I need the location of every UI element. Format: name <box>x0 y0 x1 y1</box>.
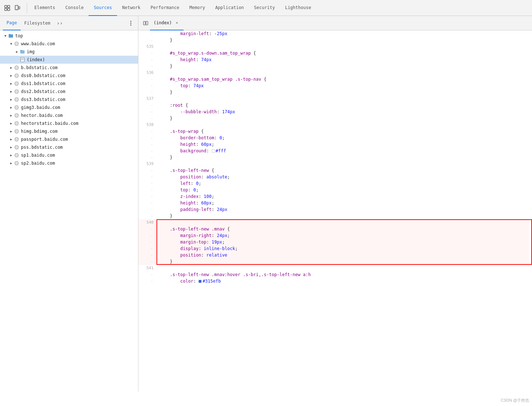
code-line: .s-top-left-new .mnav:hover .s-bri,.s-to… <box>159 271 529 278</box>
tree-item-himg-bdimg-com[interactable]: ▶himg.bdimg.com <box>0 127 138 135</box>
line-number: 541 <box>138 265 156 271</box>
line-number: - <box>138 56 156 63</box>
domain-icon <box>14 73 20 79</box>
code-line <box>159 69 529 76</box>
code-tab-index[interactable]: (index) ✕ <box>150 16 184 30</box>
code-area[interactable]: --535---536---537---538-----539--------5… <box>138 30 532 392</box>
tree-arrow: ▶ <box>9 81 14 86</box>
tab-memory[interactable]: Memory <box>184 0 210 16</box>
line-number: - <box>138 30 156 37</box>
line-number: - <box>138 200 156 206</box>
svg-rect-44 <box>146 21 148 25</box>
tree-item-index[interactable]: (index) <box>0 56 138 64</box>
code-line <box>159 265 529 271</box>
svg-point-7 <box>130 21 132 22</box>
tab-sources[interactable]: Sources <box>89 0 117 16</box>
domain-icon <box>14 97 20 102</box>
line-number: 536 <box>138 69 156 76</box>
tab-lighthouse[interactable]: Lighthouse <box>280 0 316 16</box>
collapse-sidebar-icon[interactable] <box>141 19 150 28</box>
domain-icon <box>14 136 20 142</box>
tree-arrow: ▶ <box>9 89 14 94</box>
svg-rect-1 <box>8 5 10 8</box>
tree-item-img[interactable]: ▶img <box>0 48 138 56</box>
tree-item-www-baidu-com[interactable]: ▼www.baidu.com <box>0 40 138 48</box>
color-swatch-blue <box>198 280 202 283</box>
tree-arrow: ▶ <box>9 73 14 78</box>
folder-open-icon <box>8 33 14 39</box>
line-number: - <box>138 76 156 83</box>
tree-item-pss-bdstatic-com[interactable]: ▶pss.bdstatic.com <box>0 143 138 151</box>
svg-rect-3 <box>8 8 10 10</box>
tree-item-top[interactable]: ▼top <box>0 32 138 40</box>
code-line: position: absolute; <box>159 174 529 180</box>
color-swatch-white <box>212 149 215 153</box>
tree-arrow: ▶ <box>9 121 14 126</box>
code-line: margin-top: 19px; <box>159 239 529 245</box>
code-line: z-index: 100; <box>159 193 529 200</box>
tab-elements[interactable]: Elements <box>29 0 60 16</box>
domain-icon <box>14 160 20 166</box>
code-line: position: relative <box>159 252 529 258</box>
tree-arrow: ▶ <box>9 145 14 150</box>
tree-item-label: sp1.baidu.com <box>21 153 55 158</box>
tree-item-label: gimg3.baidu.com <box>21 105 60 110</box>
line-number: - <box>138 148 156 154</box>
code-line: color: #315efb <box>159 278 529 284</box>
sidebar-menu-button[interactable] <box>126 19 135 28</box>
device-icon[interactable] <box>13 4 22 12</box>
svg-rect-5 <box>19 7 20 9</box>
tab-console[interactable]: Console <box>60 0 89 16</box>
tree-item-dss3-bdstatic-com[interactable]: ▶dss3.bdstatic.com <box>0 96 138 103</box>
code-line: margin-right: 24px; <box>159 232 529 239</box>
tree-item-dss1-bdstatic-com[interactable]: ▶dss1.bdstatic.com <box>0 80 138 88</box>
code-line: display: inline-block; <box>159 245 529 252</box>
domain-icon <box>14 128 20 134</box>
code-tab-close[interactable]: ✕ <box>174 20 180 26</box>
line-number: - <box>138 226 156 232</box>
svg-point-9 <box>130 24 132 25</box>
line-number: - <box>138 245 156 252</box>
tree-arrow: ▶ <box>9 105 14 110</box>
tree-item-hectorstatic-baidu-com[interactable]: ▶hectorstatic.baidu.com <box>0 119 138 127</box>
line-number: 539 <box>138 161 156 167</box>
sidebar-tab-page[interactable]: Page <box>3 16 21 30</box>
tab-network[interactable]: Network <box>117 0 146 16</box>
sidebar-tab-more[interactable]: ›› <box>55 19 64 28</box>
tree-item-dss2-bdstatic-com[interactable]: ▶dss2.bdstatic.com <box>0 88 138 96</box>
code-line: background: #fff <box>159 148 529 154</box>
line-number: - <box>138 271 156 278</box>
line-number: 540 <box>138 219 156 226</box>
tree-item-sp2-baidu-com[interactable]: ▶sp2.baidu.com <box>0 159 138 167</box>
tree-item-dss0-bdstatic-com[interactable]: ▶dss0.bdstatic.com <box>0 72 138 80</box>
tab-application[interactable]: Application <box>210 0 249 16</box>
tree-item-sp1-baidu-com[interactable]: ▶sp1.baidu.com <box>0 151 138 159</box>
tree-arrow: ▶ <box>14 49 20 54</box>
sidebar-actions <box>126 19 135 28</box>
sidebar-tab-filesystem[interactable]: Filesystem <box>21 16 54 30</box>
tree-item-label: b.bdstatic.com <box>21 65 57 70</box>
folder-closed-icon <box>20 49 25 55</box>
inspect-icon[interactable] <box>3 4 12 12</box>
line-number: 535 <box>138 43 156 50</box>
code-line: height: 60px; <box>159 141 529 148</box>
tree-item-label: dss0.bdstatic.com <box>21 73 65 78</box>
tree-item-b-bdstatic-com[interactable]: ▶b.bdstatic.com <box>0 64 138 72</box>
tree-item-hector-baidu-com[interactable]: ▶hector.baidu.com <box>0 111 138 119</box>
code-line: top: 74px <box>159 83 529 89</box>
code-panel: (index) ✕ --535---536---537---538-----53… <box>138 16 532 392</box>
tree-item-passport-baidu-com[interactable]: ▶passport.baidu.com <box>0 135 138 143</box>
tree-item-label: pss.bdstatic.com <box>21 145 63 150</box>
toolbar-separator <box>27 3 27 13</box>
tree-item-label: passport.baidu.com <box>21 137 68 142</box>
tree-item-gimg3-baidu-com[interactable]: ▶gimg3.baidu.com <box>0 103 138 111</box>
code-line: height: 74px <box>159 56 529 63</box>
line-number: - <box>138 154 156 161</box>
line-number: - <box>138 167 156 174</box>
tab-performance[interactable]: Performance <box>146 0 184 16</box>
tab-security[interactable]: Security <box>249 0 280 16</box>
line-number: - <box>138 180 156 187</box>
code-line <box>159 43 529 50</box>
sidebar-tabs: Page Filesystem ›› <box>0 16 138 30</box>
code-line: } <box>159 89 529 96</box>
